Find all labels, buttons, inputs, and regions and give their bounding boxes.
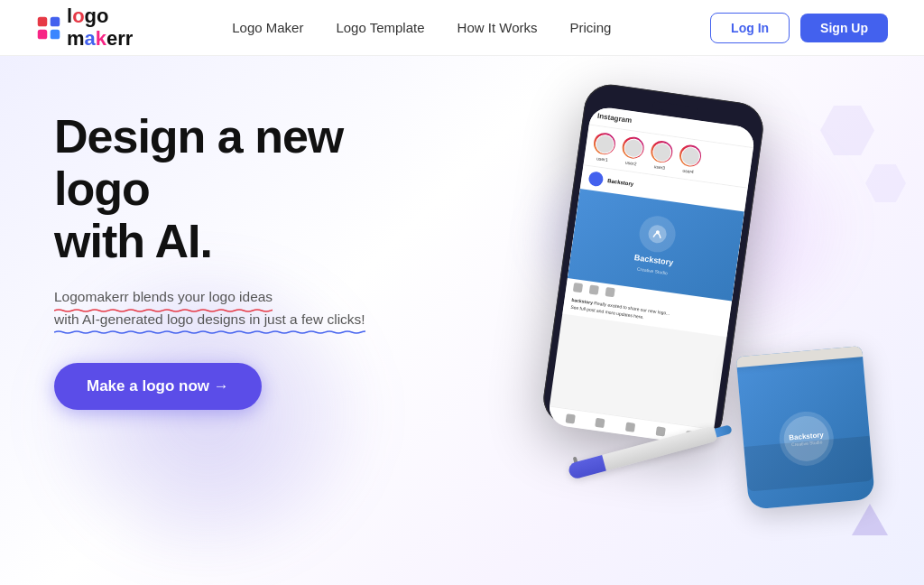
cup-sleeve [744,436,873,492]
login-button[interactable]: Log In [710,13,790,43]
nav-item-logo-template[interactable]: Logo Template [336,20,424,36]
post-brand-name: Backstory [633,253,674,268]
nav-link-logo-template[interactable]: Logo Template [336,20,424,35]
signup-button[interactable]: Sign Up [800,14,888,42]
story-4: user4 [677,144,702,175]
hero-title-line1: Design a new logo [54,110,343,215]
hero-title-line2: with AI. [54,215,212,267]
phone-screen: Instagram user1 user2 user [547,106,756,447]
share-icon [605,287,614,297]
story-label-4: user4 [682,168,694,175]
story-label-1: user1 [596,155,608,162]
svg-rect-1 [51,16,60,26]
nav-links: Logo Maker Logo Template How It Works Pr… [232,20,611,36]
post-avatar [587,171,604,187]
nav-reel-icon [655,426,665,436]
logo-icon [36,15,61,41]
hero-subtitle: Logomakerr blends your logo ideas with A… [54,286,433,331]
nav-item-logo-maker[interactable]: Logo Maker [232,20,303,36]
hero-content: Design a new logo with AI. Logomakerr bl… [54,110,433,410]
deco-triangle [852,504,888,535]
post-username: Backstory [607,178,634,187]
instagram-post: Backstory Backstory Creat [562,165,747,337]
brand-logo-icon [645,221,670,246]
cta-button[interactable]: Make a logo now → [54,363,262,410]
hero-visuals: Instagram user1 user2 user [419,56,924,585]
phone-notch [652,101,698,115]
nav-link-logo-maker[interactable]: Logo Maker [232,20,303,35]
hero-title: Design a new logo with AI. [54,110,433,268]
nav-home-icon [565,413,575,423]
nav-add-icon [625,422,635,432]
logo[interactable]: logo makerr [36,5,133,49]
story-3: user3 [649,140,674,172]
svg-rect-0 [38,16,48,26]
logo-text: logo makerr [67,5,133,49]
hero-section: Design a new logo with AI. Logomakerr bl… [0,56,924,585]
navbar: logo makerr Logo Maker Logo Template How… [0,0,924,56]
subtitle-line1: Logomakerr blends your logo ideas [54,286,273,309]
post-brand-tagline: Creative Studio [636,266,668,276]
brand-logo-circle [637,213,678,254]
cup-body: Backstory Creative Studio [736,346,875,510]
svg-rect-3 [51,29,60,39]
comment-icon [589,284,599,294]
phone-frame: Instagram user1 user2 user [541,81,767,446]
nav-item-pricing[interactable]: Pricing [569,20,611,36]
like-icon [573,283,583,292]
deco-hex-1 [820,106,874,155]
nav-link-how-it-works[interactable]: How It Works [457,20,538,35]
phone-mockup: Instagram user1 user2 user [541,81,767,446]
nav-search-icon [596,417,605,427]
story-1: user1 [591,132,616,163]
marker-tip [715,424,733,437]
cup-lid [736,346,867,368]
svg-rect-2 [38,29,48,39]
nav-link-pricing[interactable]: Pricing [569,20,611,35]
story-label-3: user3 [653,163,665,171]
nav-actions: Log In Sign Up [710,13,888,43]
subtitle-line2: with AI-generated logo designs in just a… [54,309,365,331]
deco-hex-2 [865,164,906,202]
instagram-app-name: Instagram [597,112,633,125]
nav-item-how-it-works[interactable]: How It Works [457,20,538,36]
story-label-2: user2 [625,160,637,167]
story-2: user2 [620,135,645,167]
